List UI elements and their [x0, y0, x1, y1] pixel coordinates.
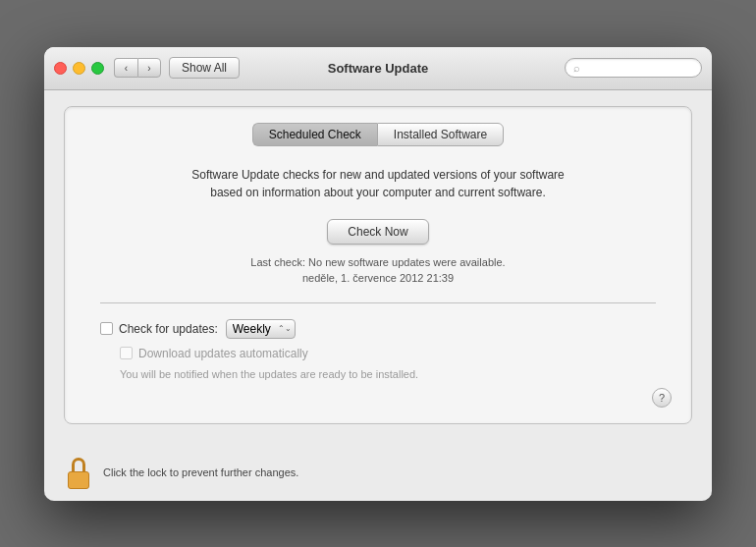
lock-shackle [72, 458, 85, 471]
description-line1: Software Update checks for new and updat… [81, 166, 675, 184]
download-auto-checkbox[interactable] [120, 347, 133, 359]
tab-installed-software[interactable]: Installed Software [377, 123, 504, 146]
description-line2: based on information about your computer… [81, 184, 675, 201]
download-sub-description: You will be notified when the updates ar… [120, 368, 656, 380]
check-updates-row: Check for updates: Weekly Daily Monthly [100, 319, 656, 339]
lock-body [68, 471, 89, 489]
last-check-info: Last check: No new software updates were… [81, 254, 675, 287]
lock-text: Click the lock to prevent further change… [103, 466, 298, 478]
software-update-window: ‹ › Show All Software Update ⌕ Scheduled… [44, 47, 712, 501]
close-button[interactable] [54, 62, 67, 75]
check-updates-checkbox[interactable] [100, 322, 113, 335]
search-bar[interactable]: ⌕ [565, 58, 702, 78]
divider [100, 302, 656, 303]
check-updates-label: Check for updates: [119, 322, 218, 336]
back-button[interactable]: ‹ [114, 58, 137, 78]
main-panel: Scheduled Check Installed Software Softw… [64, 106, 692, 424]
content-area: Scheduled Check Installed Software Softw… [44, 90, 712, 444]
bottom-bar: Click the lock to prevent further change… [44, 444, 712, 501]
check-now-button[interactable]: Check Now [327, 219, 428, 245]
lock-icon[interactable] [64, 456, 93, 489]
last-check-line2: neděle, 1. července 2012 21:39 [81, 270, 675, 287]
minimize-button[interactable] [73, 62, 85, 75]
titlebar: ‹ › Show All Software Update ⌕ [44, 47, 712, 90]
description-text: Software Update checks for new and updat… [81, 166, 675, 201]
frequency-select-wrapper: Weekly Daily Monthly [226, 319, 296, 339]
search-input[interactable] [584, 61, 693, 75]
download-auto-row: Download updates automatically [120, 347, 656, 360]
frequency-select[interactable]: Weekly Daily Monthly [226, 319, 296, 339]
help-button[interactable]: ? [652, 388, 672, 408]
forward-button[interactable]: › [137, 58, 161, 78]
tab-scheduled-check[interactable]: Scheduled Check [252, 123, 377, 146]
maximize-button[interactable] [91, 62, 104, 75]
last-check-line1: Last check: No new software updates were… [81, 254, 675, 271]
traffic-lights [54, 62, 104, 75]
window-title: Software Update [328, 61, 429, 76]
tab-bar: Scheduled Check Installed Software [81, 123, 675, 146]
nav-buttons: ‹ › [114, 58, 161, 78]
download-auto-label: Download updates automatically [138, 347, 308, 360]
options-area: Check for updates: Weekly Daily Monthly … [81, 319, 675, 380]
show-all-button[interactable]: Show All [169, 57, 240, 79]
search-icon: ⌕ [573, 62, 580, 74]
help-area: ? [81, 380, 675, 408]
